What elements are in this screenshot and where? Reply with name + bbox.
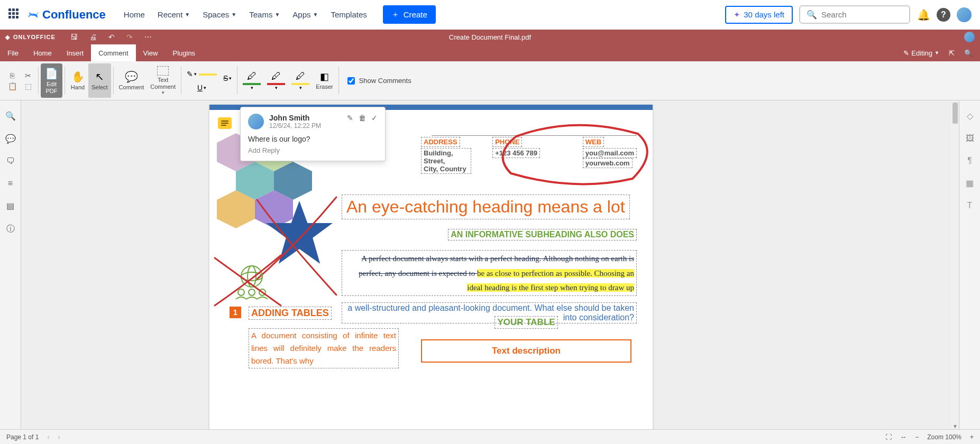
highlight-color-swatch[interactable] — [199, 73, 217, 76]
user-avatar[interactable] — [957, 7, 972, 22]
address-line-1: Building, Street, — [424, 149, 469, 165]
table-settings-icon[interactable]: ▦ — [966, 178, 974, 188]
vertical-scrollbar[interactable]: ▲ ▼ — [951, 100, 959, 429]
image-settings-icon[interactable]: 🖼 — [966, 134, 974, 143]
search-input[interactable] — [821, 10, 903, 19]
headings-panel-icon[interactable]: ≡ — [8, 179, 13, 188]
web-email: you@mail.com — [585, 149, 634, 157]
chevron-down-icon: ▼ — [185, 12, 190, 17]
nav-home[interactable]: Home — [118, 6, 150, 23]
comment-text: Where is our logo? — [248, 135, 378, 143]
next-page-icon[interactable]: › — [58, 433, 60, 441]
your-table-heading: YOUR TABLE — [497, 317, 555, 327]
find-panel-icon[interactable]: 🔍 — [5, 111, 16, 121]
pdf-icon: 📄 — [45, 67, 58, 80]
save-icon[interactable]: 🖫 — [70, 33, 78, 41]
add-reply-link[interactable]: Add Reply — [248, 146, 378, 154]
notifications-icon[interactable]: 🔔 — [917, 8, 930, 22]
speech-bubble-icon: 💬 — [125, 70, 138, 83]
pen-yellow[interactable]: 🖊▾ — [288, 63, 313, 98]
pen-icon: 🖊 — [296, 71, 305, 82]
zoom-in-icon[interactable]: + — [970, 433, 974, 441]
print-icon[interactable]: 🖨 — [89, 33, 97, 41]
search-box[interactable]: 🔍 — [799, 5, 910, 24]
scroll-down-icon[interactable]: ▼ — [951, 423, 959, 429]
edit-comment-icon[interactable]: ✎ — [347, 114, 353, 122]
hand-button[interactable]: ✋ Hand — [67, 63, 88, 98]
select-all-icon[interactable]: ⬚ — [23, 81, 33, 91]
comment-button[interactable]: 💬 Comment — [116, 63, 148, 98]
scrollbar-thumb[interactable] — [952, 103, 958, 124]
doc-main-heading: An eye-catching heading means a lot — [346, 197, 625, 217]
menu-plugins[interactable]: Plugins — [165, 44, 203, 61]
confluence-logo[interactable]: Confluence — [28, 8, 106, 22]
create-button[interactable]: ＋Create — [383, 5, 436, 24]
paragraph-settings-icon[interactable]: ¶ — [967, 156, 972, 165]
shape-settings-icon[interactable]: ◇ — [967, 111, 973, 121]
nav-teams[interactable]: Teams▼ — [244, 6, 285, 23]
zoom-out-icon[interactable]: − — [915, 433, 919, 441]
fit-width-icon[interactable]: ↔ — [900, 433, 906, 441]
select-button[interactable]: ↖ Select — [88, 63, 111, 98]
address-line-2: City, Country — [424, 165, 469, 173]
editing-mode[interactable]: ✎ Editing ▼ — [903, 49, 939, 57]
help-icon[interactable]: ? — [937, 8, 950, 22]
comment-popup: John Smith 12/6/24, 12:22 PM ✎ 🗑 ✓ Where… — [240, 107, 386, 161]
resolve-comment-icon[interactable]: ✓ — [371, 114, 378, 122]
eraser-icon: ◧ — [320, 71, 329, 82]
show-comments-checkbox[interactable]: Show Comments — [341, 63, 411, 98]
prev-page-icon[interactable]: ‹ — [47, 433, 49, 441]
pen-green[interactable]: 🖊▾ — [240, 63, 264, 98]
fit-page-icon[interactable]: ⛶ — [885, 433, 892, 441]
nav-spaces[interactable]: Spaces▼ — [197, 6, 242, 23]
document-canvas[interactable]: ADDRESS Building, Street, City, Country … — [21, 100, 959, 429]
nav-recent[interactable]: Recent▼ — [152, 6, 195, 23]
chevron-down-icon: ▼ — [274, 12, 280, 17]
open-location-icon[interactable]: ⇱ — [949, 49, 955, 57]
trial-button[interactable]: ✦30 days left — [725, 6, 793, 24]
menu-insert[interactable]: Insert — [59, 44, 91, 61]
edit-pdf-button[interactable]: 📄 Edit PDF — [41, 63, 62, 98]
eraser-button[interactable]: ◧Eraser — [313, 63, 336, 98]
nav-templates[interactable]: Templates — [325, 6, 372, 23]
strikethrough-tool-icon[interactable]: S — [223, 74, 228, 82]
doc-p1-highlight: be as close to perfection as possible. C… — [467, 269, 634, 292]
highlight-tool-icon[interactable]: ✎ — [187, 70, 193, 78]
copy-icon[interactable]: ⎘ — [7, 71, 17, 80]
confluence-topbar: Confluence Home Recent▼ Spaces▼ Teams▼ A… — [0, 0, 980, 30]
comment-marker-icon[interactable] — [218, 117, 232, 129]
section-1-text: A document consisting of infinite text l… — [251, 331, 396, 365]
comment-date: 12/6/24, 12:22 PM — [269, 122, 321, 130]
delete-comment-icon[interactable]: 🗑 — [359, 114, 366, 122]
page-indicator: Page 1 of 1 — [6, 433, 39, 441]
menu-comment[interactable]: Comment — [91, 44, 135, 61]
menu-file[interactable]: File — [0, 44, 26, 61]
oo-user-avatar[interactable] — [964, 32, 975, 42]
underline-tool-icon[interactable]: U — [197, 84, 203, 92]
phone-heading: PHONE — [495, 138, 519, 146]
pen-red[interactable]: 🖊▾ — [264, 63, 288, 98]
more-icon[interactable]: ⋯ — [144, 33, 152, 41]
web-url: yourweb.com — [585, 159, 630, 167]
menu-home[interactable]: Home — [26, 44, 59, 61]
menu-view[interactable]: View — [136, 44, 166, 61]
redo-icon[interactable]: ↷ — [126, 33, 133, 41]
find-icon[interactable]: 🔍 — [964, 49, 973, 57]
status-bar: Page 1 of 1 ‹ › ⛶ ↔ − Zoom 100% + — [0, 429, 980, 444]
comments-panel-icon[interactable]: 💬 — [5, 134, 16, 144]
chevron-down-icon: ▼ — [231, 12, 236, 17]
chevron-down-icon: ▼ — [313, 12, 318, 17]
paste-icon[interactable]: 📋 — [7, 81, 17, 91]
text-comment-button[interactable]: Text Comment▾ — [147, 63, 179, 98]
textart-settings-icon[interactable]: T — [967, 201, 973, 210]
nav-apps[interactable]: Apps▼ — [287, 6, 323, 23]
undo-icon[interactable]: ↶ — [108, 33, 115, 41]
pages-panel-icon[interactable]: ▤ — [6, 201, 14, 211]
comment-author-avatar — [248, 114, 264, 130]
chat-panel-icon[interactable]: 🗨 — [6, 156, 15, 166]
cut-icon[interactable]: ✂ — [23, 71, 33, 80]
stack-icon: ◈ — [5, 34, 10, 41]
info-panel-icon[interactable]: ⓘ — [6, 224, 15, 235]
text-box-icon — [157, 66, 169, 76]
app-switcher-icon[interactable] — [8, 8, 21, 21]
